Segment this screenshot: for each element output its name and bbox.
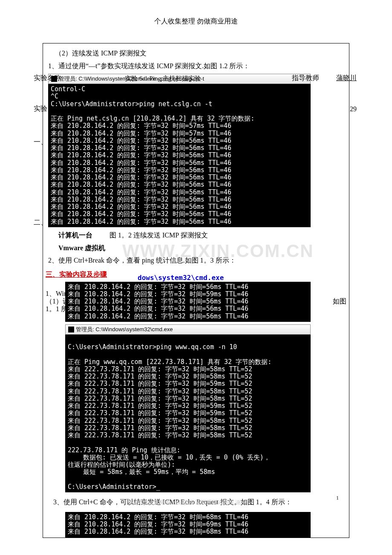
heading3-overlay: dows\system32\cmd.exe — [138, 274, 224, 282]
heading-3-text: 三、实验内容及步骤 — [46, 271, 107, 278]
terminal-1: Control-C ^C C:\Users\Administrator>ping… — [48, 84, 311, 227]
fig12-row: 计算机一台 图 1。2 连续发送 ICMP 探测报文 — [48, 230, 344, 241]
sec2-line3-row: 3、使用 Ctrl+C 命令，可以结束发送 ICMP Echo Request … — [48, 495, 344, 509]
cmd-icon — [51, 76, 57, 82]
terminal-2a: 来自 210.28.164.2 的回复: 字节=32 时间=56ms TTL=4… — [65, 282, 311, 322]
doc-header: 个人收集整理 勿做商业用途 — [0, 17, 392, 26]
vmware-text: Vmware 虚拟机 — [58, 244, 105, 251]
sec2-title: （2）连续发送 ICMP 探测报文 — [48, 48, 344, 59]
overlay-teacher-name: 蒲晓川 — [336, 74, 357, 83]
overlay-yi: 一、 — [34, 138, 47, 147]
heading3-wrap: 三、实验内容及步骤 dows\system32\cmd.exe — [48, 270, 344, 279]
sec2-line2: 2、使用 Ctrl+Break 命令，查看 ping 统计信息.如图 1。3 所… — [48, 255, 344, 266]
sec2-line3: 3、使用 Ctrl+C 命令，可以结束发送 ICMP Echo Request … — [53, 497, 292, 508]
ruotu-right: 如图 — [333, 297, 346, 306]
terminal-2-wrap: 管理员: C:\Windows\system32\cmd.exe C:\User… — [48, 324, 344, 492]
terminal-3-wrap: 来自 210.28.164.2 的回复: 字节=32 时间=68ms TTL=4… — [48, 512, 344, 538]
overlay-er: 二、 — [34, 218, 47, 227]
overlay-29: 29 — [350, 105, 357, 113]
vmware-line: Vmware 虚拟机 WWW.ZIXIN.COM.CN — [58, 243, 344, 254]
terminal-1-wrap: 实验名称 指导教师 蒲晓川 实验 29 一、 二、 管理员: C:\Wind — [48, 74, 344, 227]
sec2-line3-text: 3、使用 Ctrl+C 命令，可以结束发送 ICMP Echo Request … — [53, 498, 292, 506]
terminal-2a-wrap: 1、Win （1）设 如图 1。1 所 来自 210.28.164.2 的回复:… — [48, 282, 344, 322]
overlay-shiyan: 实验 — [34, 104, 47, 113]
sec2-line1: 1、通过使用“—t”参数实现连续发送 ICMP 探测报文.如图 1.2 所示： — [48, 61, 344, 72]
overlay-mid: 实验 6-1 Ping 主机扫描实验 — [125, 75, 201, 83]
fig12-caption: 图 1。2 连续发送 ICMP 探测报文 — [110, 230, 208, 241]
terminal-3: 来自 210.28.164.2 的回复: 字节=32 时间=68ms TTL=4… — [65, 512, 311, 538]
terminal-2: C:\Users\Administrator>ping www.qq.com -… — [65, 335, 311, 492]
terminal-2-title-text: 管理员: C:\Windows\system32\cmd.exe — [76, 326, 173, 333]
terminal-2-titlebar: 管理员: C:\Windows\system32\cmd.exe — [65, 324, 311, 335]
page-number: 1 — [336, 495, 339, 509]
cmd-icon-2 — [68, 327, 74, 332]
document-body: （2）连续发送 ICMP 探测报文 1、通过使用“—t”参数实现连续发送 ICM… — [43, 43, 349, 538]
computer-one: 计算机一台 — [58, 230, 92, 241]
one1-line: 1。1 所 — [46, 305, 68, 314]
